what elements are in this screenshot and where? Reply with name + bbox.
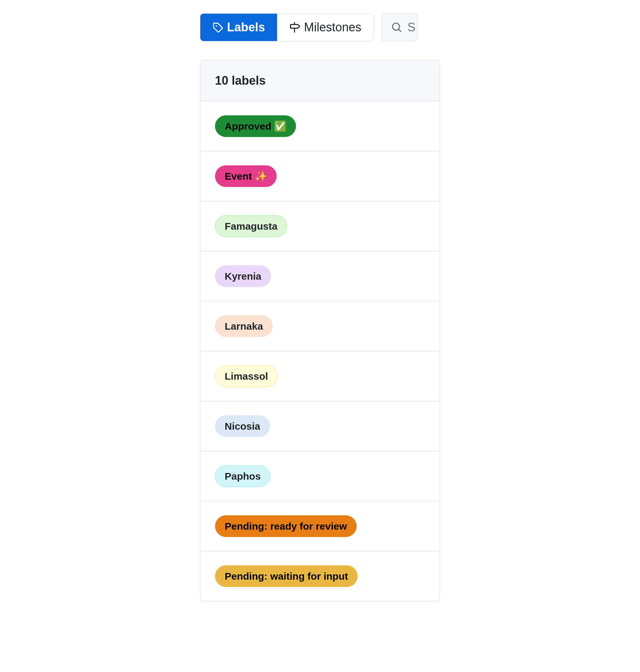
label-chip[interactable]: Kyrenia (215, 265, 271, 287)
milestone-icon (289, 22, 300, 33)
label-row: Approved ✅ (200, 101, 440, 151)
label-row: Famagusta (200, 201, 440, 251)
label-chip[interactable]: Limassol (215, 365, 278, 387)
search-box[interactable] (382, 13, 418, 41)
label-chip[interactable]: Event ✨ (215, 165, 277, 187)
search-icon (391, 22, 402, 33)
toolbar: Labels Milestones (200, 13, 440, 41)
tab-group: Labels Milestones (200, 13, 374, 41)
labels-panel: 10 labels Approved ✅Event ✨FamagustaKyre… (200, 60, 440, 601)
label-row: Pending: ready for review (200, 501, 440, 551)
label-row: Event ✨ (200, 151, 440, 201)
labels-list: Approved ✅Event ✨FamagustaKyreniaLarnaka… (200, 101, 440, 601)
label-row: Larnaka (200, 301, 440, 351)
label-row: Kyrenia (200, 251, 440, 301)
tab-milestones-text: Milestones (304, 20, 361, 34)
tab-labels[interactable]: Labels (200, 14, 277, 41)
label-chip[interactable]: Larnaka (215, 315, 273, 337)
label-chip[interactable]: Approved ✅ (215, 115, 296, 137)
label-chip[interactable]: Paphos (215, 465, 270, 487)
search-input[interactable] (407, 20, 418, 34)
label-chip[interactable]: Nicosia (215, 415, 270, 437)
label-row: Paphos (200, 451, 440, 501)
tab-labels-text: Labels (227, 20, 265, 34)
label-chip[interactable]: Pending: ready for review (215, 515, 357, 537)
label-chip[interactable]: Pending: waiting for input (215, 565, 358, 587)
label-row: Limassol (200, 351, 440, 401)
label-row: Pending: waiting for input (200, 551, 440, 601)
panel-header: 10 labels (200, 60, 440, 101)
tag-icon (212, 22, 223, 33)
label-chip[interactable]: Famagusta (215, 215, 287, 237)
tab-milestones[interactable]: Milestones (277, 14, 373, 41)
label-row: Nicosia (200, 401, 440, 451)
